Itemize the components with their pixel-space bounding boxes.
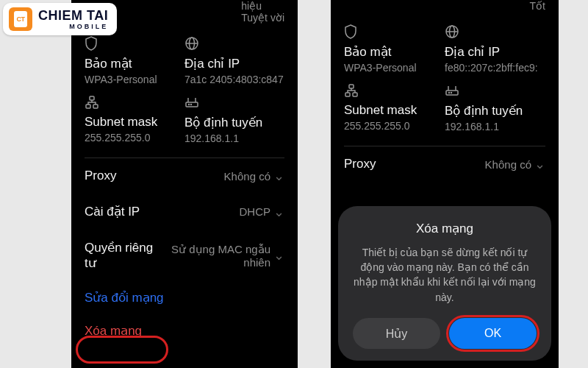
svg-point-20 — [449, 93, 450, 93]
svg-rect-16 — [353, 93, 357, 96]
subnet-cell: Subnet mask 255.255.255.0 — [85, 85, 184, 144]
ip-value: fe80::207c:2bff:fec9: — [445, 62, 545, 74]
dialog-backdrop: Xóa mạng Thiết bị của bạn sẽ dừng kết nố… — [331, 199, 559, 368]
logo-sub-text: MOBILE — [38, 24, 108, 30]
ip-value: 7a1c 2405:4803:c847 — [184, 74, 284, 85]
partial-top-row: Tốt — [331, 0, 559, 15]
subnet-cell: Subnet mask 255.255.255.0 — [344, 74, 445, 132]
svg-point-10 — [191, 105, 192, 105]
router-value: 192.168.1.1 — [445, 121, 545, 132]
privacy-row[interactable]: Quyền riêng tư Sử dụng MAC ngẫu nhiên⌄ — [71, 230, 298, 281]
router-value: 192.168.1.1 — [184, 132, 284, 144]
cancel-button[interactable]: Hủy — [353, 318, 440, 349]
brand-logo: CT CHIEM TAI MOBILE — [3, 3, 117, 35]
security-cell: Bảo mật WPA3-Personal — [344, 15, 445, 74]
expand-icon: ⌄ — [273, 249, 284, 262]
privacy-label: Quyền riêng tư — [85, 240, 154, 271]
privacy-value: Sử dụng MAC ngẫu nhiên — [159, 243, 270, 269]
subnet-label: Subnet mask — [85, 115, 184, 130]
svg-rect-15 — [345, 93, 350, 96]
globe-icon — [445, 24, 545, 40]
ip-cell: Địa chỉ IP fe80::207c:2bff:fec9: — [445, 15, 545, 74]
expand-icon: ⌄ — [534, 158, 545, 171]
edit-network-link[interactable]: Sửa đổi mạng — [71, 281, 298, 314]
svg-rect-5 — [93, 105, 98, 108]
proxy-row[interactable]: Proxy Không có⌄ — [71, 158, 298, 194]
subnet-label: Subnet mask — [344, 103, 445, 118]
proxy-label: Proxy — [85, 169, 116, 183]
router-icon — [445, 82, 545, 99]
ipset-label: Cài đặt IP — [85, 204, 140, 219]
logo-main-text: CHIEM TAI — [38, 9, 108, 22]
security-label: Bảo mật — [85, 56, 184, 71]
router-label: Bộ định tuyến — [184, 115, 284, 130]
ip-label: Địa chỉ IP — [184, 56, 284, 71]
security-value: WPA3-Personal — [85, 74, 184, 85]
security-label: Bảo mật — [344, 44, 445, 60]
proxy-label: Proxy — [344, 157, 376, 171]
logo-mark: CT — [9, 7, 32, 31]
svg-point-21 — [451, 93, 452, 93]
subnet-value: 255.255.255.0 — [85, 132, 184, 144]
router-label: Bộ định tuyến — [445, 103, 545, 118]
security-cell: Bảo mật WPA3-Personal — [85, 26, 184, 85]
ip-label: Địa chỉ IP — [445, 44, 545, 60]
dialog-body: Thiết bị của bạn sẽ dừng kết nối tự động… — [353, 245, 537, 305]
ip-cell: Địa chỉ IP 7a1c 2405:4803:c847 — [184, 26, 284, 85]
svg-point-9 — [189, 105, 190, 105]
delete-network-dialog: Xóa mạng Thiết bị của bạn sẽ dừng kết nố… — [338, 206, 551, 361]
svg-rect-4 — [86, 105, 90, 108]
router-cell: Bộ định tuyến 192.168.1.1 — [184, 85, 284, 144]
dialog-title: Xóa mạng — [353, 221, 537, 236]
proxy-value: Không có — [224, 170, 270, 183]
shield-icon — [344, 24, 445, 40]
ok-button[interactable]: OK — [449, 318, 537, 349]
svg-rect-14 — [349, 85, 354, 88]
router-cell: Bộ định tuyến 192.168.1.1 — [445, 74, 545, 132]
network-icon — [344, 82, 445, 99]
svg-rect-3 — [90, 96, 94, 100]
ip-settings-row[interactable]: Cài đặt IP DHCP⌄ — [71, 194, 298, 230]
delete-network-link[interactable]: Xóa mạng — [71, 314, 298, 347]
shield-icon — [85, 35, 184, 52]
phone-screen-right: Tốt Bảo mật WPA3-Personal Địa chỉ IP fe8… — [331, 0, 559, 368]
expand-icon: ⌄ — [273, 169, 284, 183]
proxy-row[interactable]: Proxy Không có⌄ — [331, 146, 559, 182]
proxy-value: Không có — [485, 158, 531, 171]
subnet-value: 255.255.255.0 — [344, 120, 445, 132]
ipset-value: DHCP — [239, 205, 270, 218]
network-icon — [85, 94, 184, 110]
phone-screen-left: hiệu Tuyệt vời Bảo mật WPA3-Personal Địa… — [71, 0, 298, 368]
globe-icon — [184, 35, 284, 52]
expand-icon: ⌄ — [273, 205, 284, 219]
security-value: WPA3-Personal — [344, 62, 445, 74]
router-icon — [184, 94, 284, 110]
